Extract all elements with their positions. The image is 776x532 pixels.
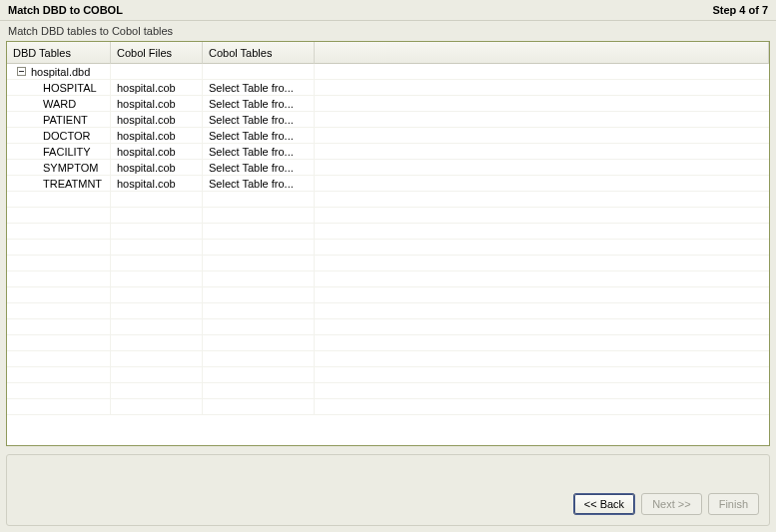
cobol-file-cell[interactable]: hospital.cob (111, 128, 203, 143)
dbd-cell[interactable]: SYMPTOM (7, 160, 111, 175)
dbd-label: SYMPTOM (43, 162, 98, 174)
empty-cell (315, 96, 769, 111)
cobol-table-label: Select Table fro... (209, 130, 294, 142)
empty-cell (315, 80, 769, 95)
table-body: hospital.dbd HOSPITALhospital.cobSelect … (7, 64, 769, 445)
expand-collapse-icon[interactable] (17, 67, 26, 76)
empty-cell (315, 240, 769, 255)
empty-cell (315, 128, 769, 143)
empty-cell (111, 271, 203, 286)
table-row[interactable]: DOCTORhospital.cobSelect Table fro... (7, 128, 769, 144)
empty-cell (203, 240, 315, 255)
column-header-cobol[interactable]: Cobol Tables (203, 42, 315, 64)
cobol-table-cell[interactable]: Select Table fro... (203, 160, 315, 175)
cobol-file-cell[interactable]: hospital.cob (111, 176, 203, 191)
cobol-table-label: Select Table fro... (209, 146, 294, 158)
cobol-file-label: hospital.cob (117, 162, 176, 174)
empty-cell (7, 399, 111, 414)
empty-row (7, 383, 769, 399)
empty-cell (203, 208, 315, 223)
table-row[interactable]: FACILITYhospital.cobSelect Table fro... (7, 144, 769, 160)
empty-cell (315, 335, 769, 350)
dbd-cell[interactable]: DOCTOR (7, 128, 111, 143)
wizard-subtitle: Match DBD tables to Cobol tables (0, 21, 776, 41)
empty-cell (7, 240, 111, 255)
cobol-file-cell[interactable]: hospital.cob (111, 112, 203, 127)
dbd-label: TREATMNT (43, 178, 102, 190)
empty-cell (7, 192, 111, 207)
cobol-file-cell[interactable]: hospital.cob (111, 80, 203, 95)
empty-cell (203, 224, 315, 239)
cobol-table-cell[interactable]: Select Table fro... (203, 128, 315, 143)
empty-cell (111, 367, 203, 382)
empty-cell (315, 208, 769, 223)
empty-cell (315, 160, 769, 175)
empty-cell (315, 112, 769, 127)
tree-root-cell[interactable]: hospital.dbd (7, 64, 111, 79)
cobol-file-label: hospital.cob (117, 98, 176, 110)
cobol-table-label: Select Table fro... (209, 98, 294, 110)
empty-cell (203, 192, 315, 207)
empty-row (7, 303, 769, 319)
empty-cell (315, 383, 769, 398)
empty-cell (111, 208, 203, 223)
table-row[interactable]: PATIENThospital.cobSelect Table fro... (7, 112, 769, 128)
empty-cell (315, 319, 769, 334)
empty-cell (7, 303, 111, 318)
dbd-cell[interactable]: HOSPITAL (7, 80, 111, 95)
dbd-cell[interactable]: PATIENT (7, 112, 111, 127)
dbd-cell[interactable]: FACILITY (7, 144, 111, 159)
column-header-file[interactable]: Cobol Files (111, 42, 203, 64)
tree-root-row[interactable]: hospital.dbd (7, 64, 769, 80)
table-row[interactable]: HOSPITALhospital.cobSelect Table fro... (7, 80, 769, 96)
empty-row (7, 208, 769, 224)
empty-cell (7, 256, 111, 270)
cobol-table-cell[interactable]: Select Table fro... (203, 144, 315, 159)
empty-cell (7, 208, 111, 223)
empty-cell (7, 383, 111, 398)
empty-row (7, 367, 769, 383)
wizard-footer: << Back Next >> Finish (6, 454, 770, 526)
table-row[interactable]: SYMPTOMhospital.cobSelect Table fro... (7, 160, 769, 176)
empty-cell (203, 399, 315, 414)
column-header-dbd[interactable]: DBD Tables (7, 42, 111, 64)
empty-cell (7, 335, 111, 350)
cobol-file-label: hospital.cob (117, 82, 176, 94)
empty-cell (203, 256, 315, 270)
empty-cell (203, 367, 315, 382)
empty-cell (315, 303, 769, 318)
cobol-file-cell[interactable]: hospital.cob (111, 144, 203, 159)
table-row[interactable]: TREATMNThospital.cobSelect Table fro... (7, 176, 769, 192)
dbd-label: DOCTOR (43, 130, 90, 142)
empty-row (7, 399, 769, 415)
cobol-table-cell[interactable]: Select Table fro... (203, 176, 315, 191)
empty-cell (203, 351, 315, 366)
tree-root-label: hospital.dbd (31, 66, 90, 78)
empty-row (7, 240, 769, 256)
cobol-table-cell[interactable]: Select Table fro... (203, 112, 315, 127)
mapping-table: DBD Tables Cobol Files Cobol Tables hosp… (6, 41, 770, 446)
cobol-table-label: Select Table fro... (209, 114, 294, 126)
wizard-title: Match DBD to COBOL (8, 4, 123, 16)
empty-cell (111, 351, 203, 366)
empty-cell (315, 351, 769, 366)
cobol-file-cell[interactable]: hospital.cob (111, 160, 203, 175)
empty-row (7, 351, 769, 367)
cobol-table-label: Select Table fro... (209, 178, 294, 190)
empty-cell (203, 335, 315, 350)
finish-button[interactable]: Finish (708, 493, 759, 515)
cobol-table-cell[interactable]: Select Table fro... (203, 96, 315, 111)
empty-cell (111, 319, 203, 334)
table-row[interactable]: WARDhospital.cobSelect Table fro... (7, 96, 769, 112)
empty-row (7, 224, 769, 240)
back-button[interactable]: << Back (573, 493, 635, 515)
cobol-file-label: hospital.cob (117, 130, 176, 142)
empty-row (7, 335, 769, 351)
empty-cell (111, 224, 203, 239)
next-button[interactable]: Next >> (641, 493, 702, 515)
cobol-file-cell[interactable]: hospital.cob (111, 96, 203, 111)
dbd-cell[interactable]: TREATMNT (7, 176, 111, 191)
empty-cell (315, 399, 769, 414)
cobol-table-cell[interactable]: Select Table fro... (203, 80, 315, 95)
dbd-cell[interactable]: WARD (7, 96, 111, 111)
